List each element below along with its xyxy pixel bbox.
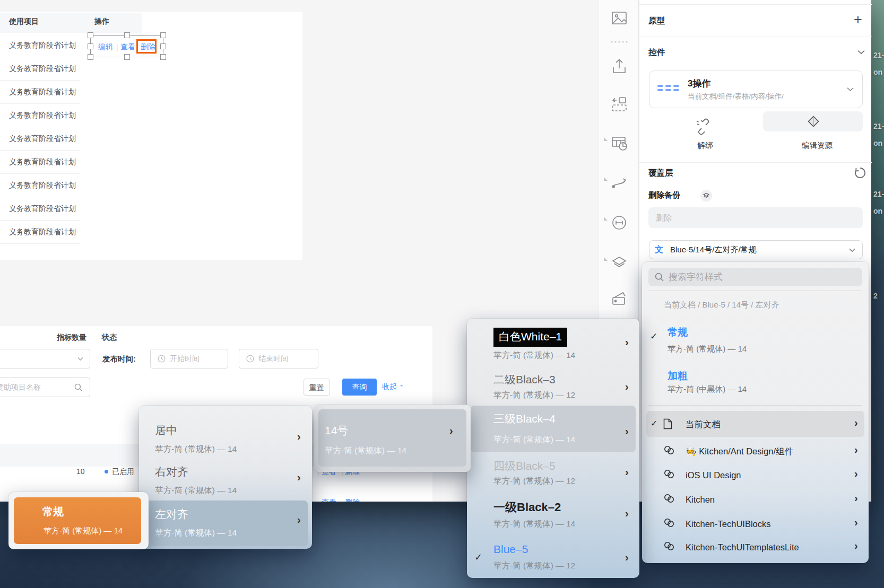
source-item--kitchen-ant-design-[interactable]: 🧑‍🍳 Kitchen/Ant Design/组件› <box>642 438 869 464</box>
end-time-input[interactable]: 结束时间 <box>239 349 318 368</box>
submenu-chevron-icon: › <box>625 381 629 393</box>
color-option-label: 三级Black–4 <box>493 411 556 426</box>
status-value: 已启用 <box>112 466 134 477</box>
table-chart-icon[interactable] <box>610 134 628 152</box>
wallpaper-text-fragment: 21- <box>873 190 884 198</box>
color-option-detail: 苹方-简 (常规体) — 14 <box>493 519 575 530</box>
chevron-down-icon[interactable] <box>857 50 865 55</box>
export-icon[interactable] <box>610 58 628 76</box>
reset-button[interactable]: 重置 <box>304 379 330 396</box>
row-action-link[interactable]: 删除 <box>345 497 360 502</box>
color-option--black-3[interactable]: 二级Black–3 <box>493 372 556 387</box>
layers-icon[interactable] <box>610 254 628 272</box>
unbind-button[interactable] <box>695 117 713 135</box>
project-search-input[interactable]: 赞助项目名称 <box>0 378 90 397</box>
selection-handle[interactable] <box>124 54 130 60</box>
diamond-icon <box>808 116 819 127</box>
size-option-14[interactable]: 14号 苹方-简 (常规体) — 14 <box>318 409 466 467</box>
align-option-label: 左对齐 <box>155 507 188 522</box>
color-option-highlighted[interactable]: 三级Black–4苹方-简 (常规体) — 14 <box>471 406 636 452</box>
delete-backup-input[interactable]: 删除 <box>648 207 863 228</box>
submenu-chevron-icon: › <box>854 540 858 552</box>
size-option-detail: 苹方-简 (常规体) — 14 <box>325 445 406 457</box>
clock-icon <box>246 355 254 363</box>
size-option-label: 14号 <box>325 423 348 438</box>
row-divider <box>0 127 80 127</box>
row-divider <box>0 150 80 151</box>
layers-badge-icon[interactable] <box>700 190 712 201</box>
source-item-current-document[interactable]: ✓当前文档› <box>642 411 869 437</box>
source-item-ios-ui-design[interactable]: iOS UI Design› <box>642 462 869 488</box>
submenu-chevron-icon: › <box>625 336 629 348</box>
align-option-highlighted[interactable]: 左对齐苹方-简 (常规体) — 14 <box>143 501 308 546</box>
submenu-chevron-icon: › <box>625 466 629 478</box>
text-style-select[interactable]: 文 Blue-5/14号/左对齐/常规 <box>649 240 863 259</box>
selection-handle[interactable] <box>160 32 166 38</box>
source-item-kitchen-techuitemplateslite[interactable]: Kitchen-TechUITemplatesLite› <box>642 534 869 560</box>
source-item-kitchen-techuiblocks[interactable]: Kitchen-TechUIBlocks› <box>642 511 869 537</box>
library-link-icon <box>663 445 675 455</box>
connector-curve-icon[interactable] <box>610 174 628 192</box>
weight-option-regular[interactable]: 常规 <box>668 326 688 339</box>
reset-icon[interactable] <box>854 166 866 179</box>
checkmark-icon: ✓ <box>474 551 482 563</box>
source-item-kitchen[interactable]: Kitchen› <box>642 487 869 512</box>
status-dot <box>105 470 108 473</box>
table-row-project-cell: 义务教育阶段省计划 <box>9 203 126 214</box>
color-option-chip[interactable]: 白色White–1 <box>493 328 567 347</box>
color-option-detail: 苹方-简 (常规体) — 12 <box>493 476 575 487</box>
chevron-down-icon[interactable] <box>847 87 854 92</box>
collapse-toggle[interactable]: 收起 ⌃ <box>382 382 404 392</box>
library-link-icon <box>663 494 675 503</box>
image-icon[interactable] <box>610 9 628 27</box>
weight-option-detail: 苹方-简 (中黑体) — 14 <box>668 384 747 394</box>
row-action-link[interactable]: 查看 <box>322 497 336 502</box>
color-option-detail: 苹方-简 (常规体) — 12 <box>493 560 575 572</box>
row-divider <box>0 197 80 197</box>
design-tool-screen: 21-on21-on21-on2 使用项目 操作 义务教育阶段省计划义务教育阶段… <box>0 0 884 588</box>
artboard-table[interactable]: 使用项目 操作 义务教育阶段省计划义务教育阶段省计划义务教育阶段省计划义务教育阶… <box>0 12 302 260</box>
color-option-blue-5[interactable]: Blue–5 <box>493 543 528 556</box>
frame-replace-icon[interactable] <box>610 95 628 113</box>
table-row-project-cell: 义务教育阶段省计划 <box>9 226 126 237</box>
selection-handle[interactable] <box>160 54 166 60</box>
color-option-detail: 苹方-简 (常规体) — 14 <box>493 350 575 361</box>
character-style-dropdown: 搜索字符样式 当前文档 / Blue-5 / 14号 / 左对齐 ✓ 常规 苹方… <box>642 262 869 563</box>
chevron-down-icon <box>77 357 83 361</box>
prototype-section-title: 原型 <box>648 15 665 27</box>
align-option-0[interactable]: 居中 <box>155 423 177 438</box>
filter-select[interactable] <box>0 349 90 368</box>
component-icon <box>657 85 681 93</box>
source-item-label: 🧑‍🍳 Kitchen/Ant Design/组件 <box>686 445 793 458</box>
style-search-input[interactable]: 搜索字符样式 <box>648 268 862 286</box>
font-size-menu: 14号 苹方-简 (常规体) — 14 › <box>314 405 471 472</box>
selection-handle[interactable] <box>88 54 93 60</box>
delete-backup-label: 删除备份 <box>648 190 680 200</box>
add-prototype-button[interactable]: + <box>854 12 862 28</box>
edit-resource-button[interactable] <box>763 111 863 131</box>
checkmark-icon: ✓ <box>650 331 657 342</box>
library-link-icon <box>663 541 675 551</box>
source-item-label: iOS UI Design <box>686 469 741 481</box>
submenu-chevron-icon: › <box>854 516 858 529</box>
start-time-input[interactable]: 开始时间 <box>150 349 228 368</box>
selection-handle[interactable] <box>124 32 130 38</box>
color-option--black-2[interactable]: 一级Black–2 <box>493 499 561 515</box>
horizontal-spacing-icon[interactable] <box>610 214 628 232</box>
widget-section-title: 控件 <box>648 47 665 58</box>
row-divider <box>0 243 80 244</box>
selection-handle[interactable] <box>160 43 166 49</box>
component-card[interactable]: 3操作 当前文档/组件/表格/内容/操作/ <box>649 71 863 108</box>
metric-count-value: 10 <box>76 466 85 477</box>
submenu-chevron-icon: › <box>854 492 858 504</box>
color-option--black-5[interactable]: 四级Black–5 <box>493 459 556 473</box>
query-button[interactable]: 查询 <box>342 379 377 396</box>
selection-handle[interactable] <box>88 32 93 38</box>
submenu-chevron-icon: › <box>449 425 453 437</box>
weight-option-bold[interactable]: 加粗 <box>668 369 688 383</box>
align-option-1[interactable]: 右对齐 <box>155 464 188 479</box>
chevron-up-icon: ⌃ <box>399 384 404 390</box>
weight-option-regular-selected[interactable]: 常规 苹方-简 (常规体) — 14 <box>14 497 141 544</box>
swatches-icon[interactable] <box>610 290 628 308</box>
selection-handle[interactable] <box>88 43 93 49</box>
